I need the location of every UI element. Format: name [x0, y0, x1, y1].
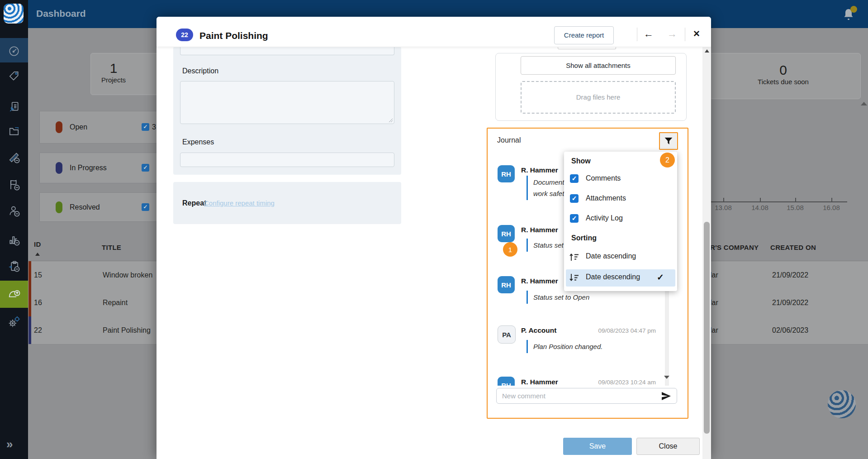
expenses-input[interactable] — [180, 153, 394, 167]
status-open-checkbox[interactable]: ✓ — [142, 123, 149, 131]
entry-author: R. Hammer — [521, 226, 558, 234]
sort-descending-option[interactable]: Date descending — [586, 273, 640, 281]
axis-tick-label: 15.08 — [782, 204, 809, 211]
col-header-id[interactable]: ID — [34, 240, 41, 248]
cell-id: 15 — [34, 271, 42, 279]
repeat-panel: Repeat Configure repeat timing — [173, 182, 401, 224]
status-open-count: 3 — [152, 123, 156, 131]
clipped-field[interactable] — [180, 47, 394, 55]
sidebar-item-tags[interactable] — [0, 64, 28, 88]
hard-hat-upload-icon — [7, 287, 21, 301]
attachments-checkbox[interactable]: ✓ — [570, 194, 579, 203]
gears-icon — [7, 315, 21, 329]
avatar: PA — [498, 325, 516, 344]
sidebar-item-pinned-report[interactable] — [0, 95, 28, 119]
axis-tick-label: 13.08 — [710, 204, 737, 211]
sorting-section-label: Sorting — [571, 234, 597, 242]
close-modal-icon[interactable]: ✕ — [689, 27, 704, 41]
scrollbar-up-arrow — [705, 49, 709, 53]
cell-id: 22 — [34, 326, 42, 335]
comments-checkbox[interactable]: ✓ — [570, 174, 579, 183]
save-button[interactable]: Save — [563, 438, 632, 455]
col-header-company[interactable]: R'S COMPANY — [710, 244, 759, 251]
status-color-pill — [56, 162, 62, 174]
sort-asc-icon — [35, 253, 40, 256]
journal-filter-button[interactable] — [659, 132, 678, 150]
show-section-label: Show — [571, 157, 591, 165]
axis-tick-label: 16.08 — [818, 204, 845, 211]
sidebar-item-dashboard[interactable] — [0, 39, 28, 63]
sidebar-item-tasks[interactable] — [0, 254, 28, 278]
status-resolved-checkbox[interactable]: ✓ — [142, 203, 149, 211]
avatar: RH — [498, 276, 515, 293]
avatar: RH — [498, 165, 515, 182]
journal-entry[interactable]: RH R. Hammer 09/08/2023 10:24 am — [488, 367, 688, 386]
cell-company: lar — [710, 271, 718, 279]
entry-author: R. Hammer — [521, 378, 558, 386]
col-header-title[interactable]: TITLE — [102, 244, 121, 251]
screen: Dashboard 1 Projects 0 Tickets due soon … — [0, 0, 868, 459]
status-in-progress-checkbox[interactable]: ✓ — [142, 164, 149, 172]
journal-scroll-down-arrow[interactable] — [664, 376, 669, 379]
tag-icon — [8, 70, 20, 82]
status-color-pill — [56, 121, 62, 133]
description-label: Description — [182, 67, 218, 75]
projects-count: 1 — [91, 61, 136, 76]
back-arrow-button[interactable]: ← — [641, 27, 656, 41]
sidebar-item-design-tools[interactable] — [0, 145, 28, 170]
row-status-bar — [28, 289, 31, 316]
gauge-icon — [8, 45, 20, 57]
entry-timestamp: 09/08/2023 10:24 am — [588, 379, 656, 386]
notification-dot — [850, 6, 857, 13]
scroll-up-arrow[interactable] — [861, 102, 867, 105]
show-all-attachments-button[interactable]: Show all attachments — [521, 56, 676, 75]
entry-author: P. Account — [521, 326, 556, 335]
ruler-pen-icon — [8, 151, 20, 164]
sidebar-item-flags[interactable] — [0, 172, 28, 197]
status-label: In Progress — [70, 164, 107, 172]
col-header-created[interactable]: CREATED ON — [770, 244, 816, 251]
tickets-due-count: 0 — [706, 62, 860, 78]
sidebar-item-projects[interactable] — [0, 119, 28, 143]
expenses-label: Expenses — [182, 138, 214, 146]
row-status-bar — [28, 316, 31, 344]
description-textarea[interactable] — [180, 81, 394, 124]
comments-option[interactable]: Comments — [586, 174, 621, 182]
forward-arrow-button[interactable]: → — [665, 27, 679, 41]
create-report-button[interactable]: Create report — [554, 26, 614, 44]
activity-log-option[interactable]: Activity Log — [586, 214, 623, 222]
form-panel: Description Expenses — [173, 47, 401, 175]
modal-scrollbar[interactable] — [702, 47, 711, 459]
entry-count-badge: 1 — [503, 242, 517, 257]
bar-chart-icon — [8, 234, 20, 246]
journal-entry[interactable]: PA P. Account 09/08/2023 04:47 pm Plan P… — [488, 316, 688, 366]
close-button[interactable]: Close — [636, 438, 700, 455]
avatar: RH — [498, 225, 515, 242]
activity-log-checkbox[interactable]: ✓ — [570, 214, 579, 223]
status-label: Open — [70, 123, 87, 131]
sidebar-expand-icon[interactable]: » — [6, 437, 13, 451]
new-comment-input[interactable] — [497, 388, 677, 403]
cell-company: lar — [710, 299, 718, 307]
app-logo[interactable] — [4, 4, 24, 24]
entry-message: Status set to Open — [526, 291, 589, 304]
sidebar-item-statistics[interactable] — [0, 228, 28, 252]
flag-icon — [8, 178, 20, 191]
configure-repeat-link[interactable]: Configure repeat timing — [204, 199, 275, 207]
cell-title: Paint Polishing — [103, 326, 151, 335]
clipboard-icon — [8, 260, 20, 273]
cell-created-on: 21/09/2022 — [772, 271, 808, 279]
chart-x-axis — [711, 201, 847, 202]
sidebar-item-settings[interactable] — [0, 310, 28, 334]
axis-tick-label: 14.08 — [746, 204, 773, 211]
file-dropzone[interactable]: Drag files here — [521, 81, 676, 114]
sidebar-item-contacts[interactable] — [0, 199, 28, 223]
selected-check-icon: ✓ — [657, 272, 664, 282]
sort-ascending-option[interactable]: Date ascending — [586, 252, 636, 260]
send-icon[interactable] — [661, 392, 671, 401]
divider — [685, 28, 685, 41]
sidebar-item-construction-site[interactable] — [0, 282, 28, 306]
attachments-option[interactable]: Attachments — [586, 194, 626, 202]
sort-ascending-icon — [569, 253, 579, 261]
status-color-pill — [56, 201, 62, 213]
